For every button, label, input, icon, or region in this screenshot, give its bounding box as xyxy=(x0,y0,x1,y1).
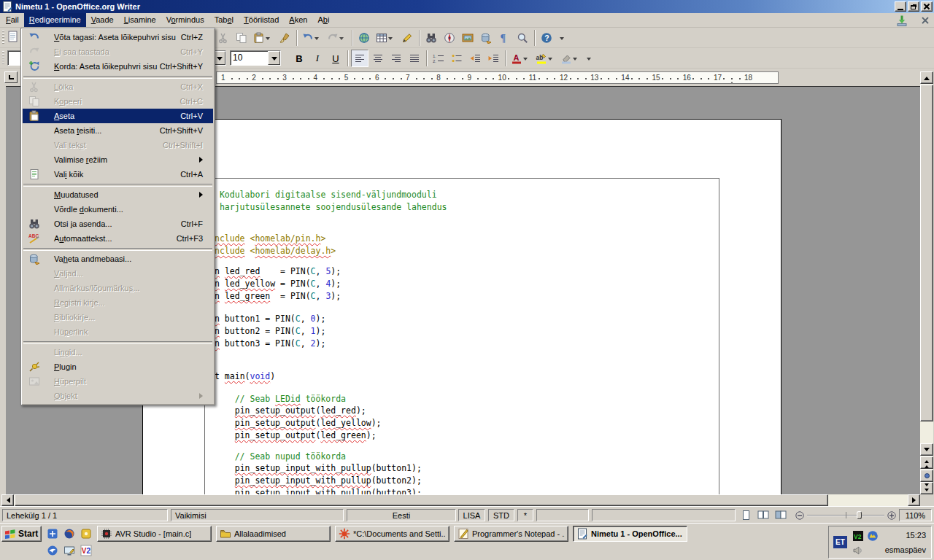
taskbar-window-c-documents-and-setti[interactable]: *C:\Documents and Setti... xyxy=(335,526,449,542)
highlight-button[interactable]: ab xyxy=(533,50,557,67)
minimize-button[interactable] xyxy=(895,1,906,12)
chevron-down-icon[interactable] xyxy=(265,29,271,47)
edit-menu-item-objekt[interactable]: Objekt xyxy=(23,389,213,403)
alignL-button[interactable] xyxy=(351,50,368,67)
toolbar-overflow-icon[interactable] xyxy=(559,29,565,47)
cut-button[interactable] xyxy=(215,29,232,47)
chevron-down-icon[interactable] xyxy=(339,29,344,47)
thunderbird-icon[interactable] xyxy=(47,545,59,557)
status-language[interactable]: Eesti xyxy=(347,509,456,521)
fontcolor-button[interactable]: A xyxy=(509,50,533,67)
compass-button[interactable] xyxy=(441,29,458,47)
blue-app-icon[interactable] xyxy=(47,528,59,540)
edit-menu-item-muudatused[interactable]: Muudatused xyxy=(23,187,213,202)
magnifier-button[interactable] xyxy=(514,29,531,47)
menu-tööriistad[interactable]: Tööriistad xyxy=(239,13,284,27)
edit-menu-item-hüperpilt[interactable]: Hüperpilt xyxy=(23,374,213,389)
edit-menu-item-vali-kõik[interactable]: Vali kõikCtrl+A xyxy=(23,167,213,182)
alignJ-button[interactable] xyxy=(406,50,423,67)
restore-button[interactable] xyxy=(908,1,919,12)
toolbar-overflow-icon[interactable] xyxy=(586,50,592,67)
edit-menu-item-ei-saa-taastada[interactable]: Ei saa taastadaCtrl+Y xyxy=(23,44,213,59)
vnc-icon[interactable]: V2 xyxy=(80,545,93,557)
zoom-slider[interactable] xyxy=(795,509,896,521)
chevron-down-icon[interactable] xyxy=(387,29,393,47)
chevron-down-icon[interactable] xyxy=(314,29,320,47)
vnc-tray-icon[interactable]: V2 xyxy=(852,530,864,542)
zoom-slider-thumb[interactable] xyxy=(857,511,862,519)
start-button[interactable]: Start xyxy=(1,526,42,542)
scroll-left-button[interactable] xyxy=(1,494,14,506)
edit-menu-item-valimise-režiim[interactable]: Valimise režiim xyxy=(23,152,213,167)
multi-page-view-button[interactable] xyxy=(756,509,771,521)
taskbar-window-programmer-s-notepad[interactable]: Programmer's Notepad - ... xyxy=(454,526,568,542)
edit-menu-item-hüperlink[interactable]: Hüperlink xyxy=(23,324,213,339)
database-button[interactable] xyxy=(477,29,495,47)
scroll-up-button[interactable] xyxy=(920,71,933,84)
next-page-button[interactable] xyxy=(920,482,933,494)
alignR-button[interactable] xyxy=(387,50,405,67)
menu-vaade[interactable]: Vaade xyxy=(86,13,119,27)
bold-button[interactable]: B xyxy=(290,50,308,67)
bgcolor-button[interactable] xyxy=(558,50,582,67)
toolbar-grip[interactable] xyxy=(2,51,4,66)
load-url-icon[interactable] xyxy=(896,15,908,26)
menu-vormindus[interactable]: Vormindus xyxy=(161,13,209,27)
media-tray-icon[interactable] xyxy=(867,530,879,542)
paste-button[interactable] xyxy=(251,29,275,47)
edit-menu-item-automaattekst[interactable]: ABCAutomaattekst...Ctrl+F3 xyxy=(23,231,213,246)
globe-button[interactable] xyxy=(355,29,373,47)
new-document-button[interactable] xyxy=(7,31,20,45)
status-insert-mode[interactable]: LISA xyxy=(458,509,485,521)
italic-button[interactable]: I xyxy=(309,50,326,67)
taskbar-window-nimetu-1-openoffice[interactable]: Nimetu 1 - OpenOffice... xyxy=(573,526,687,542)
bullist-button[interactable] xyxy=(448,50,466,67)
edit-menu-item-lingid[interactable]: Lingid... xyxy=(23,345,213,359)
edit-menu-item-bibliokirje[interactable]: Bibliokirje... xyxy=(23,310,213,324)
edit-menu-item-vaheta-andmebaasi[interactable]: Vaheta andmebaasi... xyxy=(23,252,213,266)
right-indent-marker[interactable] xyxy=(729,79,735,84)
toolbar-grip[interactable] xyxy=(2,31,4,45)
horizontal-scrollbar[interactable] xyxy=(1,494,920,506)
edit-menu-item-aseta-teisiti[interactable]: Aseta teisiti...Ctrl+Shift+V xyxy=(23,123,213,138)
undo-button[interactable] xyxy=(300,29,324,47)
edit-menu-item-allmärkus-lõpumärkus[interactable]: Allmärkus/lõpumärkus... xyxy=(23,281,213,295)
menu-aken[interactable]: Aken xyxy=(284,13,312,27)
scroll-down-button[interactable] xyxy=(920,443,933,456)
edit-menu-item-korda-aseta-lõikepuhvri-sisu[interactable]: Korda: Aseta lõikepuhvri sisuCtrl+Shift+… xyxy=(23,59,213,74)
table-button[interactable] xyxy=(374,29,398,47)
chevron-down-icon[interactable] xyxy=(268,51,280,65)
status-page-count[interactable]: Lehekülg 1 / 1 xyxy=(2,509,168,521)
menu-redigeerimine[interactable]: Redigeerimine xyxy=(24,13,86,27)
edit-menu-item-aseta[interactable]: AsetaCtrl+V xyxy=(23,109,213,123)
edit-menu-item-vali-tekst[interactable]: Vali tekstCtrl+Shift+I xyxy=(23,138,213,152)
dedent-button[interactable] xyxy=(466,50,484,67)
numlist-button[interactable]: 1.2. xyxy=(430,50,447,67)
close-document-icon[interactable] xyxy=(919,15,931,26)
navigation-button[interactable] xyxy=(920,470,933,482)
chevron-down-icon[interactable] xyxy=(547,50,553,67)
vertical-scrollbar-thumb[interactable] xyxy=(920,85,933,421)
keyboard-language-indicator[interactable]: ET xyxy=(833,536,847,548)
menu-tabel[interactable]: Tabel xyxy=(209,13,239,27)
status-zoom-value[interactable]: 110% xyxy=(899,509,932,521)
taskbar-window-allalaadimised[interactable]: Allalaadimised xyxy=(216,526,331,542)
zoom-out-button[interactable] xyxy=(795,511,804,520)
menu-abi[interactable]: Abi xyxy=(312,13,334,27)
redo-button[interactable] xyxy=(325,29,349,47)
alignC-button[interactable] xyxy=(369,50,387,67)
firefox-icon[interactable] xyxy=(63,528,76,540)
help-button[interactable]: ? xyxy=(538,29,555,47)
edit-menu-item-plugin[interactable]: Plugin xyxy=(23,359,213,374)
book-view-button[interactable] xyxy=(773,509,788,521)
tab-type-selector[interactable] xyxy=(4,71,18,83)
font-size-combo[interactable]: 10 xyxy=(230,50,281,66)
edit-menu-item-võta-tagasi-aseta-lõikepuhvri-sisu[interactable]: Võta tagasi: Aseta lõikepuhvri sisuCtrl+… xyxy=(23,30,213,44)
pilcrow-button[interactable]: ¶ xyxy=(495,29,513,47)
vertical-scrollbar[interactable] xyxy=(920,71,933,494)
edit-menu-item-võrdle-dokumenti[interactable]: Võrdle dokumenti... xyxy=(23,202,213,217)
zoom-in-button[interactable] xyxy=(887,511,896,520)
brush-button[interactable] xyxy=(276,29,293,47)
edit-menu-item-otsi-ja-asenda[interactable]: Otsi ja asenda...Ctrl+F xyxy=(23,217,213,231)
indent-button[interactable] xyxy=(485,50,502,67)
